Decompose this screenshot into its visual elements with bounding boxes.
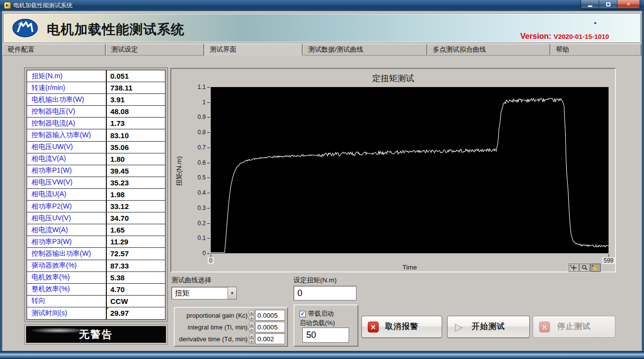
row-value: 1.65 (106, 224, 165, 236)
version-text: Version: V2020-01-15-1010 (520, 32, 609, 41)
set-torque-input[interactable]: 0 (293, 286, 356, 300)
pid-value-input[interactable]: 0.002 (255, 333, 285, 344)
y-tick-mark (207, 87, 210, 88)
row-label: 整机效率(%) (27, 284, 106, 295)
spinner-down-icon[interactable]: ▼ (249, 339, 255, 344)
y-tick-mark (207, 163, 210, 163)
x-scale-value[interactable]: 0 (208, 257, 214, 264)
table-row: 控制器电压(V)48.08 (27, 106, 165, 118)
curve-select-label: 测试曲线选择 (171, 276, 211, 285)
page-title: 电机加载性能测试系统 (47, 21, 185, 38)
row-label: 相功率P3(W) (27, 236, 106, 247)
spinner-down-icon[interactable]: ▼ (249, 327, 255, 332)
row-label: 相电压UV(V) (27, 212, 106, 224)
action-button[interactable]: ✕取消报警 (361, 316, 442, 338)
title-bar: 电机加载性能测试系统 ✕ (0, 0, 644, 11)
app-window: 电机加载性能测试系统 ✕ 电机加载性能测试系统 Version: V2020-0… (0, 0, 644, 359)
window-title: 电机加载性能测试系统 (13, 1, 72, 10)
pan-tool-button[interactable]: ✋ (590, 264, 601, 272)
spinner-down-icon[interactable]: ▼ (249, 315, 255, 321)
y-tick-label: 0.6 (189, 159, 206, 166)
x-scale-value[interactable]: 599 (602, 257, 615, 264)
row-value: 87.33 (106, 260, 165, 271)
row-label: 扭矩(N.m) (27, 70, 106, 82)
row-value: 72.57 (106, 248, 165, 259)
spinner-up-icon[interactable]: ▲ (249, 310, 255, 315)
table-row: 扭矩(N.m)0.051 (27, 70, 165, 82)
tab-4[interactable]: 测试数据/测试曲线 (303, 44, 427, 56)
close-button[interactable]: ✕ (617, 0, 640, 9)
row-label: 相电流W(A) (27, 224, 106, 236)
row-value: 1.73 (106, 118, 165, 129)
row-label: 相电压VW(V) (27, 177, 106, 188)
action-button-disabled[interactable]: ✕停止测试 (533, 316, 615, 338)
pid-row: integral time (Ti, min)▲▼0.0005 (177, 321, 285, 333)
curve-select-dropdown[interactable]: 扭矩 ▼ (171, 287, 237, 299)
row-label: 电机输出功率(W) (27, 94, 106, 105)
red-x-icon: ✕ (539, 322, 550, 332)
row-label: 转速(r/min) (27, 82, 106, 93)
button-label: 开始测试 (472, 322, 505, 332)
tab-6[interactable]: 帮助 (550, 44, 642, 56)
start-load-label: 启动负载(%) (299, 319, 335, 328)
row-label: 相电压UW(V) (27, 142, 106, 153)
pid-value-input[interactable]: 0.0005 (255, 310, 285, 321)
hand-icon: ✋ (592, 265, 598, 270)
cursor-tool-button[interactable] (569, 264, 579, 272)
row-label: 控制器电压(V) (27, 106, 106, 117)
y-tick-label: 1 (189, 99, 206, 106)
y-tick-mark (207, 102, 210, 103)
row-value: 4.70 (106, 284, 165, 295)
x-tick-mark (609, 254, 609, 257)
table-row: 转向CCW (27, 296, 165, 307)
check-icon: ✔ (300, 311, 305, 317)
chart-title: 定扭矩测试 (171, 73, 615, 84)
tab-label: 硬件配置 (8, 45, 34, 54)
tab-label: 测试界面 (210, 45, 236, 54)
spinner-up-icon[interactable]: ▲ (249, 322, 255, 327)
pid-label: integral time (Ti, min) (177, 324, 249, 331)
load-start-checkbox[interactable]: ✔ (299, 311, 306, 317)
tool-dot (592, 265, 593, 267)
table-row: 转速(r/min)738.11 (27, 82, 165, 94)
row-value: CCW (106, 296, 165, 307)
row-value: 11.29 (106, 236, 165, 247)
logo (12, 19, 38, 37)
table-row: 相电流V(A)1.80 (27, 153, 165, 165)
pid-row: derivative time (Td, min)▲▼0.002 (177, 333, 285, 345)
pid-label: proportional gain (Kc) (177, 312, 249, 319)
row-value: 0.051 (106, 70, 165, 82)
tab-2[interactable]: 测试设定 (106, 44, 204, 56)
tab-1[interactable]: 硬件配置 (2, 44, 106, 56)
version-value: V2020-01-15-1010 (553, 33, 609, 40)
zoom-tool-button[interactable] (580, 264, 590, 272)
chart-plot-area[interactable] (211, 87, 609, 253)
row-value: 34.70 (106, 212, 165, 224)
action-button[interactable]: ▷开始测试 (447, 316, 530, 338)
y-tick-mark (207, 223, 210, 224)
curve-select-value: 扭矩 (172, 287, 227, 299)
load-start-row: ✔ 带载启动 (299, 309, 334, 318)
window-bottom-border (0, 351, 644, 359)
tab-5[interactable]: 多点测试拟合曲线 (427, 44, 550, 56)
minimize-button[interactable] (581, 0, 599, 9)
row-value: 5.38 (106, 272, 165, 283)
row-label: 电机效率(%) (27, 272, 106, 283)
spinner-up-icon[interactable]: ▲ (249, 333, 255, 339)
row-value: 33.12 (106, 201, 165, 212)
table-row: 相功率P2(W)33.12 (27, 201, 165, 212)
alarm-text: 无警告 (79, 328, 113, 341)
maximize-button[interactable] (599, 0, 617, 9)
row-label: 相功率P2(W) (27, 201, 106, 212)
pid-value-input[interactable]: 0.0005 (255, 322, 285, 332)
row-value: 83.10 (106, 129, 165, 141)
y-tick-label: 0.3 (189, 205, 206, 211)
row-value: 39.45 (106, 165, 165, 177)
dropdown-arrow-icon[interactable]: ▼ (227, 287, 236, 299)
row-label: 相功率P1(W) (27, 165, 106, 177)
y-tick-mark (207, 117, 210, 118)
tab-3[interactable]: 测试界面 (204, 44, 303, 56)
start-load-input[interactable]: 50 (302, 328, 349, 343)
graph-palette: ✋ (569, 264, 601, 272)
table-row: 相电压VW(V)35.23 (27, 177, 165, 189)
